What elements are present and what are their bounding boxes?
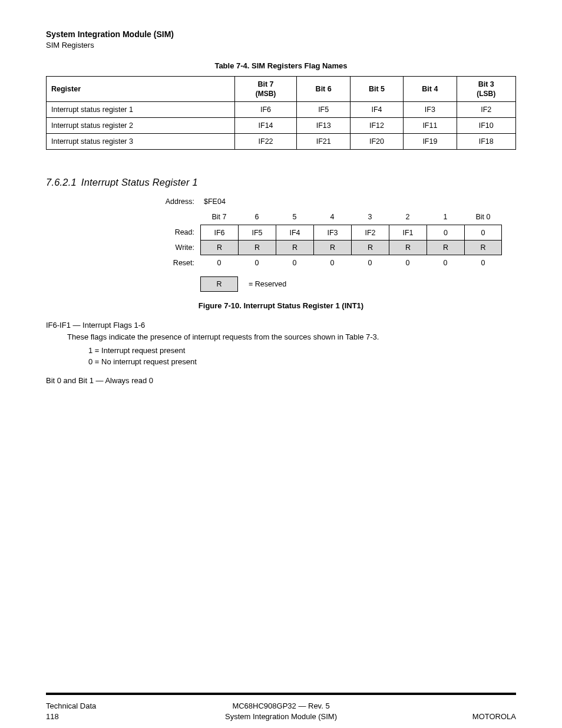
reset-cell: 0	[276, 255, 313, 271]
reset-cell: 0	[313, 255, 351, 271]
spacer	[276, 194, 313, 209]
cell: IF19	[404, 134, 457, 150]
cell: IF20	[350, 134, 403, 150]
header-title: System Integration Module (SIM)	[46, 29, 516, 39]
sim-registers-table: Register Bit 7 (MSB) Bit 6 Bit 5 Bit 4 B…	[46, 76, 516, 150]
col-bit5-label: Bit 5	[369, 85, 385, 93]
col-bit4: Bit 4	[404, 77, 457, 102]
col-bit5: Bit 5	[350, 77, 403, 102]
flag-heading: Bit 0 and Bit 1 — Always read 0	[46, 376, 516, 385]
section-heading: 7.6.2.1 Interrupt Status Register 1	[46, 177, 516, 188]
write-cell: R	[389, 240, 427, 255]
bit-hdr: 4	[313, 209, 351, 225]
spacer	[147, 209, 200, 225]
reset-cell: 0	[200, 255, 238, 271]
legend-box: R	[200, 276, 238, 292]
cell: IF4	[350, 102, 403, 118]
write-cell: R	[200, 240, 238, 255]
address-value: $FE04	[200, 194, 238, 209]
header-subtitle: SIM Registers	[46, 41, 516, 50]
col-bit6-label: Bit 6	[316, 85, 332, 93]
write-cell: R	[464, 240, 502, 255]
register-diagram: Address: $FE04 Bit 7 6 5 4 3 2 1 Bit 0 R…	[147, 194, 516, 271]
write-cell: R	[238, 240, 276, 255]
table-caption: Table 7-4. SIM Registers Flag Names	[46, 61, 516, 70]
read-cell: IF1	[389, 225, 427, 240]
reset-cell: 0	[464, 255, 502, 271]
address-label: Address:	[147, 194, 200, 209]
footer-rule	[46, 693, 516, 695]
table-row: Interrupt status register 1 IF6 IF5 IF4 …	[47, 102, 516, 118]
page: System Integration Module (SIM) SIM Regi…	[0, 0, 562, 728]
bit-hdr: Bit 7	[200, 209, 238, 225]
register-legend: R = Reserved	[147, 276, 516, 292]
bit-hdr: 2	[389, 209, 427, 225]
legend-text: = Reserved	[238, 280, 516, 288]
read-cell: 0	[427, 225, 464, 240]
col-bit4-label: Bit 4	[422, 85, 438, 93]
col-bit3: Bit 3 (LSB)	[457, 77, 515, 102]
write-label: Write:	[147, 240, 200, 255]
col-register: Register	[47, 77, 235, 102]
cell: IF14	[234, 118, 297, 134]
spacer	[238, 194, 276, 209]
read-cell: IF6	[200, 225, 238, 240]
reset-cell: 0	[238, 255, 276, 271]
cell: Interrupt status register 1	[47, 102, 235, 118]
table-header-row: Register Bit 7 (MSB) Bit 6 Bit 5 Bit 4 B…	[47, 77, 516, 102]
footer-center: MC68HC908GP32 — Rev. 5	[0, 701, 562, 710]
bit-hdr: 3	[351, 209, 389, 225]
write-cell: R	[351, 240, 389, 255]
read-cell: IF5	[238, 225, 276, 240]
spacer	[427, 194, 464, 209]
section-title: Interrupt Status Register 1	[81, 177, 198, 188]
bit-hdr: 5	[276, 209, 313, 225]
table-row: Interrupt status register 3 IF22 IF21 IF…	[47, 134, 516, 150]
spacer	[464, 194, 502, 209]
figure-caption: Figure 7-10. Interrupt Status Register 1…	[46, 301, 516, 310]
cell: IF10	[457, 118, 515, 134]
col-bit7-label: Bit 7	[257, 80, 273, 88]
cell: IF11	[404, 118, 457, 134]
flag-rows: 1 = Interrupt request present 0 = No int…	[88, 345, 516, 368]
cell: IF13	[297, 118, 350, 134]
col-bit7: Bit 7 (MSB)	[234, 77, 297, 102]
bit-hdr: 1	[427, 209, 464, 225]
read-cell: 0	[464, 225, 502, 240]
spacer	[313, 194, 351, 209]
flag-heading: IF6-IF1 — Interrupt Flags 1-6	[46, 321, 516, 330]
write-cell: R	[313, 240, 351, 255]
cell: Interrupt status register 3	[47, 134, 235, 150]
col-register-label: Register	[51, 85, 81, 93]
table-row: Interrupt status register 2 IF14 IF13 IF…	[47, 118, 516, 134]
write-cell: R	[276, 240, 313, 255]
reset-label: Reset:	[147, 255, 200, 271]
read-cell: IF3	[313, 225, 351, 240]
bit-hdr: Bit 0	[464, 209, 502, 225]
col-bit6: Bit 6	[297, 77, 350, 102]
footer-right: MOTOROLA	[472, 712, 516, 721]
bit-hdr: 6	[238, 209, 276, 225]
flag-row: 1 = Interrupt request present	[88, 345, 516, 357]
col-bit7-sub: (MSB)	[240, 90, 292, 98]
spacer	[351, 194, 389, 209]
read-label: Read:	[147, 225, 200, 240]
cell: IF22	[234, 134, 297, 150]
reset-cell: 0	[427, 255, 464, 271]
flag-block: IF6-IF1 — Interrupt Flags 1-6 These flag…	[46, 321, 516, 368]
reset-cell: 0	[389, 255, 427, 271]
flag-body: These flags indicate the presence of int…	[67, 332, 516, 342]
flag-row: 0 = No interrupt request present	[88, 356, 516, 368]
cell: Interrupt status register 2	[47, 118, 235, 134]
cell: IF6	[234, 102, 297, 118]
cell: IF3	[404, 102, 457, 118]
cell: IF5	[297, 102, 350, 118]
section-number: 7.6.2.1	[46, 177, 77, 188]
footer-center-line1: MC68HC908GP32 — Rev. 5	[232, 701, 329, 710]
page-header: System Integration Module (SIM) SIM Regi…	[46, 29, 516, 50]
cell: IF12	[350, 118, 403, 134]
reset-cell: 0	[351, 255, 389, 271]
col-bit3-label: Bit 3	[478, 80, 494, 88]
cell: IF21	[297, 134, 350, 150]
cell: IF18	[457, 134, 515, 150]
